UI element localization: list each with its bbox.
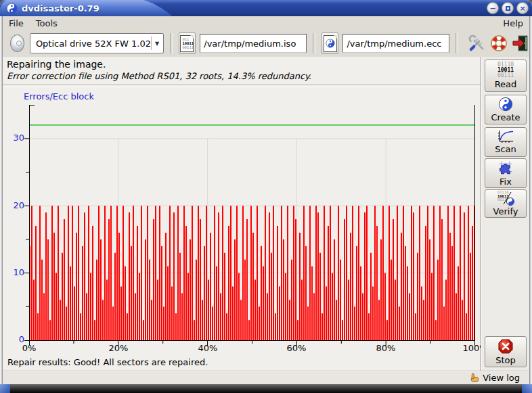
close-button[interactable]: × (516, 2, 529, 14)
resize-grip[interactable] (522, 384, 532, 393)
status-heading: Repairing the image. (7, 59, 106, 70)
verify-button[interactable]: 01110 10011 00111 Verify (485, 189, 527, 218)
x-tick-label: 20% (99, 343, 137, 353)
lifebuoy-icon (490, 34, 508, 52)
drive-selector[interactable]: Optical drive 52X FW 1.02 ▼ (30, 33, 164, 53)
x-tick-label: 0% (10, 343, 48, 353)
titlebar[interactable]: dvdisaster-0.79 − × (0, 0, 532, 16)
quit-button[interactable] (512, 34, 529, 53)
maximize-button[interactable] (502, 2, 514, 14)
toolbar-separator (313, 33, 315, 53)
fix-button[interactable]: Fix (485, 158, 527, 188)
create-label: Create (491, 112, 520, 122)
optical-disc-icon (10, 34, 24, 52)
statusbar: View log (3, 371, 529, 384)
menubar: File Tools Help (3, 16, 529, 30)
ecc-file-input[interactable] (342, 34, 449, 53)
ecc-file-button[interactable] (322, 32, 339, 54)
action-sidebar: 01110 10011 00111 Read Create Scan (481, 57, 530, 371)
menu-tools[interactable]: Tools (30, 18, 64, 29)
tools-icon (468, 34, 486, 52)
read-button[interactable]: 01110 10011 00111 Read (485, 60, 527, 92)
y-tick-label: 30 (4, 133, 24, 143)
hand-pointer-icon (470, 373, 480, 383)
repair-results-text: Repair results: Good! All sectors are re… (7, 357, 208, 367)
x-tick-label: 80% (367, 343, 405, 353)
create-button[interactable]: Create (485, 95, 527, 124)
preferences-button[interactable] (468, 34, 486, 53)
window-title: dvdisaster-0.79 (22, 3, 99, 14)
scan-label: Scan (495, 144, 516, 154)
fix-label: Fix (500, 177, 512, 187)
y-tick-label: 20 (4, 200, 24, 210)
error-chart (24, 101, 479, 350)
chevron-down-icon: ▼ (155, 41, 163, 47)
chart-title: Errors/Ecc block (24, 91, 94, 101)
image-file-icon: 011 10011 00111 (180, 35, 194, 52)
minimize-icon: − (489, 5, 495, 12)
verify-icon: 01110 10011 00111 (497, 191, 514, 206)
read-icon: 01110 10011 00111 (497, 62, 514, 78)
y-tick-label: 10 (4, 267, 24, 277)
image-file-input[interactable] (200, 34, 307, 53)
read-label: Read (495, 79, 517, 89)
x-tick-label: 60% (278, 343, 315, 353)
stop-label: Stop (495, 355, 516, 365)
gridlines (29, 139, 475, 340)
toolbar: Optical drive 52X FW 1.02 ▼ 011 10011 00… (3, 30, 529, 57)
close-icon: × (519, 5, 525, 12)
titlebar-tab: dvdisaster-0.79 (0, 0, 172, 16)
create-icon (498, 97, 513, 112)
minimize-button[interactable]: − (487, 2, 499, 14)
app-icon (6, 3, 18, 14)
scan-icon (497, 130, 514, 143)
main-panel: Repairing the image. Error correction fi… (3, 57, 481, 371)
x-tick-label: 40% (189, 343, 227, 353)
help-button[interactable] (490, 34, 508, 53)
exit-door-icon (512, 34, 529, 52)
toolbar-separator (456, 33, 458, 53)
menu-help[interactable]: Help (497, 18, 529, 29)
status-detail: Error correction file using Method RS01,… (7, 71, 311, 81)
image-file-button[interactable]: 011 10011 00111 (179, 32, 196, 54)
drive-selector-value: Optical drive 52X FW 1.02 (30, 39, 151, 49)
scan-button[interactable]: Scan (485, 127, 527, 157)
window-border-bottom[interactable] (0, 384, 532, 393)
app-window: dvdisaster-0.79 − × File Tools Help Opti… (0, 0, 532, 393)
stop-icon (497, 338, 514, 354)
toolbar-separator (170, 33, 173, 53)
menu-file[interactable]: File (3, 18, 30, 29)
separator (3, 85, 481, 87)
window-border-left[interactable] (0, 16, 3, 384)
fix-icon (497, 160, 514, 176)
stop-button[interactable]: Stop (485, 336, 527, 367)
resize-grip[interactable] (0, 384, 10, 393)
view-log-link[interactable]: View log (483, 373, 520, 383)
verify-label: Verify (493, 206, 518, 216)
maximize-icon (506, 6, 510, 11)
ecc-file-icon (324, 35, 337, 52)
window-border-right[interactable] (529, 16, 532, 384)
